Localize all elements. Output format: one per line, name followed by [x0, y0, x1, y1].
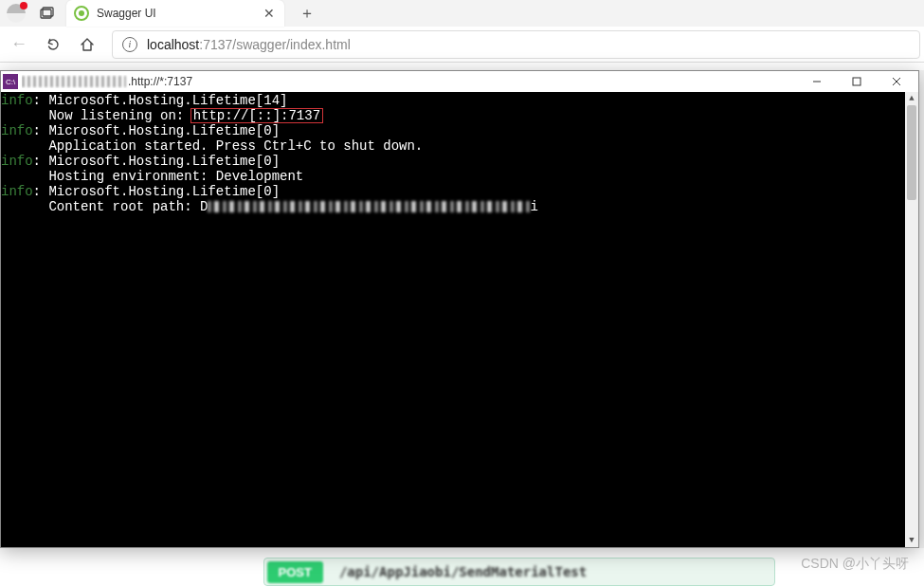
url-host: localhost [147, 37, 199, 52]
console-icon: C:\ [3, 74, 18, 89]
scrollbar-thumb[interactable] [907, 105, 916, 200]
browser-toolbar: ← i localhost:7137/swagger/index.html [0, 27, 924, 63]
log-text: : Microsoft.Hosting.Lifetime[14] [33, 93, 288, 108]
console-title: .http://*:7137 [22, 75, 797, 88]
address-bar[interactable]: i localhost:7137/swagger/index.html [112, 30, 920, 59]
log-text: Now listening on: [1, 108, 192, 123]
new-tab-button[interactable]: ＋ [294, 2, 320, 25]
highlighted-url: http://[::]:7137 [190, 108, 323, 123]
site-info-icon[interactable]: i [122, 37, 137, 52]
console-line: Now listening on: http://[::]:7137 [1, 108, 918, 123]
pixelated-path-icon [22, 76, 126, 87]
svg-rect-3 [853, 78, 861, 85]
home-button[interactable] [72, 29, 102, 60]
browser-tab[interactable]: Swagger UI ✕ [66, 0, 284, 27]
minimize-button[interactable] [797, 71, 837, 92]
swagger-operation-path: /api/AppJiaobi/SendMaterialTest [339, 564, 587, 579]
console-title-suffix: .http://*:7137 [128, 75, 192, 88]
console-titlebar[interactable]: C:\ .http://*:7137 [1, 71, 918, 92]
log-text: : Microsoft.Hosting.Lifetime[0] [33, 154, 280, 169]
log-level-info: info [1, 93, 33, 108]
url-text: localhost:7137/swagger/index.html [147, 37, 351, 52]
console-line: info: Microsoft.Hosting.Lifetime[14] [1, 93, 918, 108]
console-line: Application started. Press Ctrl+C to shu… [1, 138, 918, 154]
close-button[interactable] [877, 71, 916, 92]
watermark-text: CSDN @小丫头呀 [801, 556, 909, 573]
refresh-button[interactable] [38, 29, 68, 60]
content-spacer [0, 63, 924, 70]
console-line: info: Microsoft.Hosting.Lifetime[0] [1, 154, 918, 169]
log-text: : Microsoft.Hosting.Lifetime[0] [33, 123, 280, 138]
avatar-icon [7, 4, 26, 23]
console-line: info: Microsoft.Hosting.Lifetime[0] [1, 123, 918, 138]
console-output[interactable]: info: Microsoft.Hosting.Lifetime[14] Now… [1, 92, 918, 547]
scroll-down-icon[interactable]: ▼ [905, 534, 918, 547]
log-text: Application started. Press Ctrl+C to shu… [1, 138, 423, 154]
log-level-info: info [1, 154, 33, 169]
url-path: :7137/swagger/index.html [199, 37, 351, 52]
log-level-info: info [1, 184, 33, 199]
redacted-path-icon [208, 201, 530, 212]
http-method-badge: POST [267, 561, 323, 583]
log-text: Hosting environment: Development [1, 169, 303, 184]
log-text: : Microsoft.Hosting.Lifetime[0] [33, 184, 280, 199]
console-line: Hosting environment: Development [1, 169, 918, 184]
swagger-favicon-icon [74, 6, 89, 21]
tab-close-button[interactable]: ✕ [262, 6, 277, 21]
browser-tab-strip: Swagger UI ✕ ＋ [0, 0, 924, 27]
swagger-page-content: POST /api/AppJiaobi/SendMaterialTest [0, 548, 924, 586]
console-window: C:\ .http://*:7137 info: Microsoft.Hosti… [0, 70, 919, 548]
profile-button[interactable] [0, 0, 32, 27]
log-level-info: info [1, 123, 33, 138]
console-line: info: Microsoft.Hosting.Lifetime[0] [1, 184, 918, 199]
console-line: Content root path: Di [1, 199, 918, 214]
tab-overview-button[interactable] [32, 0, 63, 27]
window-buttons [797, 71, 916, 92]
back-button[interactable]: ← [4, 29, 34, 60]
maximize-button[interactable] [837, 71, 877, 92]
scroll-up-icon[interactable]: ▲ [905, 92, 918, 105]
log-text: Content root path: D [1, 199, 208, 214]
tab-title: Swagger UI [97, 7, 254, 20]
vertical-scrollbar[interactable]: ▲ ▼ [905, 92, 918, 547]
swagger-operation-row[interactable]: POST /api/AppJiaobi/SendMaterialTest [263, 558, 775, 586]
